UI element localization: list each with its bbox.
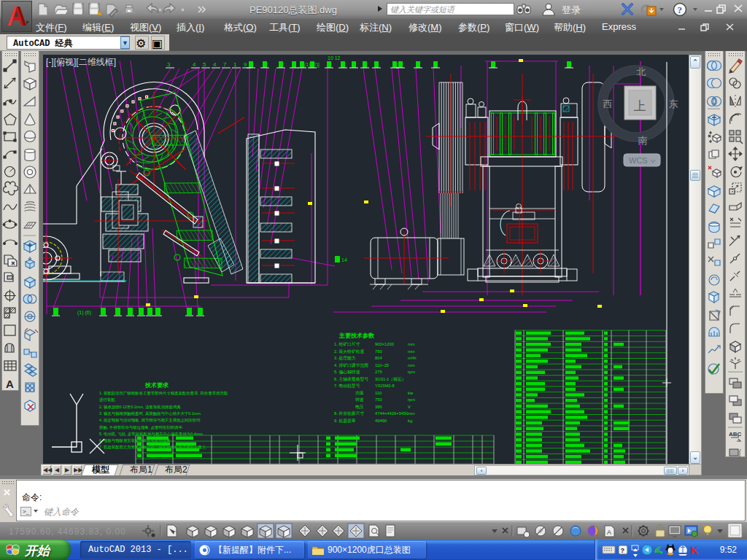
svg-text:4. 排矿口调节范围: 4. 排矿口调节范围 [334, 362, 368, 368]
svg-text:接触, 不得有松动与错位现象, 必要时应刮研调平.: 接触, 不得有松动与错位现象, 必要时应刮研调平. [99, 425, 183, 430]
svg-text:北: 北 [637, 66, 646, 77]
svg-text:6. 颚板与颚板座安装贴合不许有松动现象.: 6. 颚板与颚板座安装贴合不许有松动现象. [99, 438, 171, 443]
svg-text:K: K [690, 545, 699, 556]
svg-text:9. 机器质量: 9. 机器质量 [334, 419, 356, 424]
svg-text:?: ? [678, 4, 683, 15]
svg-text:WCS: WCS [629, 156, 648, 165]
svg-text:进行装配.: 进行装配. [99, 397, 116, 402]
svg-text:mm: mm [408, 342, 415, 346]
svg-text:V: V [408, 405, 411, 409]
svg-text:7: 7 [223, 61, 227, 68]
svg-text:rpm: rpm [408, 397, 415, 402]
svg-text:(1) (6): (1) (6) [77, 310, 91, 316]
svg-text:10 12: 10 12 [328, 55, 341, 61]
svg-text:14: 14 [341, 257, 347, 262]
svg-text:4744×4426×3450: 4744×4426×3450 [375, 411, 408, 416]
svg-text:750: 750 [375, 349, 382, 354]
svg-text:5. 电动机, 飞轮, 皮带轮装配后与相关中心偏差直径为0.: 5. 电动机, 飞轮, 皮带轮装配后与相关中心偏差直径为0.4mm. [99, 432, 204, 437]
svg-text:5. 偏心轴转速: 5. 偏心轴转速 [334, 370, 360, 375]
svg-text:1. 装配前应按厂级检验各主要零部件尺寸精度及配合要求, 符: 1. 装配前应按厂级检验各主要零部件尺寸精度及配合要求, 符合要求后方能 [99, 391, 228, 396]
svg-text:8. 外形轮廓尺寸: 8. 外形轮廓尺寸 [334, 411, 364, 416]
svg-text:mm: mm [408, 411, 415, 416]
svg-text:4: 4 [213, 61, 217, 68]
svg-text:3: 3 [167, 61, 171, 68]
svg-text:804: 804 [375, 356, 382, 360]
svg-text:7. 机器装配有正方形零件标记的一端应朝向装拆方便的位置上.: 7. 机器装配有正方形零件标记的一端应朝向装拆方便的位置上. [99, 445, 207, 450]
svg-text:m³/h: m³/h [408, 356, 417, 360]
svg-text:东: 东 [669, 98, 678, 109]
svg-text:kw: kw [408, 391, 414, 395]
svg-text:mm: mm [408, 363, 415, 368]
svg-text:[-][俯视][二维线框]: [-][俯视][二维线框] [46, 57, 116, 67]
svg-text:3G31-1（铜瓦）: 3G31-1（铜瓦） [375, 376, 406, 382]
svg-text:rpm: rpm [408, 370, 415, 374]
svg-text:4: 4 [193, 61, 196, 68]
svg-text:5: 5 [203, 61, 206, 68]
svg-text:主要技术参数: 主要技术参数 [338, 332, 375, 339]
svg-text:kg: kg [408, 419, 412, 423]
svg-text:380: 380 [375, 405, 382, 409]
svg-text:A: A [607, 529, 611, 536]
svg-text:2. 轴承游隙0.12至0.2mm, 适量加装润滑脂填满.: 2. 轴承游隙0.12至0.2mm, 适量加装润滑脂填满. [99, 405, 182, 410]
svg-text:西: 西 [603, 98, 613, 109]
svg-text:1: 1 [233, 61, 237, 68]
svg-text:ABC: ABC [729, 431, 742, 438]
svg-text:275: 275 [375, 370, 382, 374]
svg-text:7. 电动机型号: 7. 电动机型号 [334, 383, 360, 389]
svg-text:技术要求: 技术要求 [144, 382, 169, 389]
svg-text:3. 处理能力: 3. 处理能力 [334, 355, 356, 361]
svg-text:750: 750 [375, 397, 382, 402]
svg-text:南: 南 [638, 135, 648, 146]
svg-text:3. 轴瓦与轴颈接触检查时, 其接触面与中心线不大于0.1m: 3. 轴瓦与轴颈接触检查时, 其接触面与中心线不大于0.1mm. [99, 411, 201, 416]
svg-text:900×1200: 900×1200 [375, 342, 394, 346]
svg-text:1. 给矿口尺寸: 1. 给矿口尺寸 [334, 342, 360, 347]
svg-text:110: 110 [375, 391, 382, 395]
svg-text:mm: mm [408, 349, 415, 354]
svg-text:Y315M2-8: Y315M2-8 [375, 384, 395, 388]
svg-text:49490: 49490 [375, 419, 387, 423]
svg-text:电压: 电压 [355, 404, 364, 409]
svg-text:A: A [6, 378, 14, 390]
svg-text:上: 上 [634, 99, 646, 113]
svg-text:2. 最大给矿粒度: 2. 最大给矿粒度 [334, 349, 364, 354]
svg-text:功率: 功率 [355, 391, 364, 395]
svg-text:?: ? [621, 547, 625, 554]
svg-text:4. 固定颚板与活动颚板, 调节楔块与相关支撑面之间应密均: 4. 固定颚板与活动颚板, 调节楔块与相关支撑面之间应密均 [99, 418, 200, 423]
svg-text:6. 主轴承规格型号: 6. 主轴承规格型号 [334, 376, 368, 382]
svg-text:9: 9 [244, 61, 247, 68]
svg-text:110~25: 110~25 [375, 363, 389, 368]
svg-text:转速: 转速 [355, 397, 364, 402]
